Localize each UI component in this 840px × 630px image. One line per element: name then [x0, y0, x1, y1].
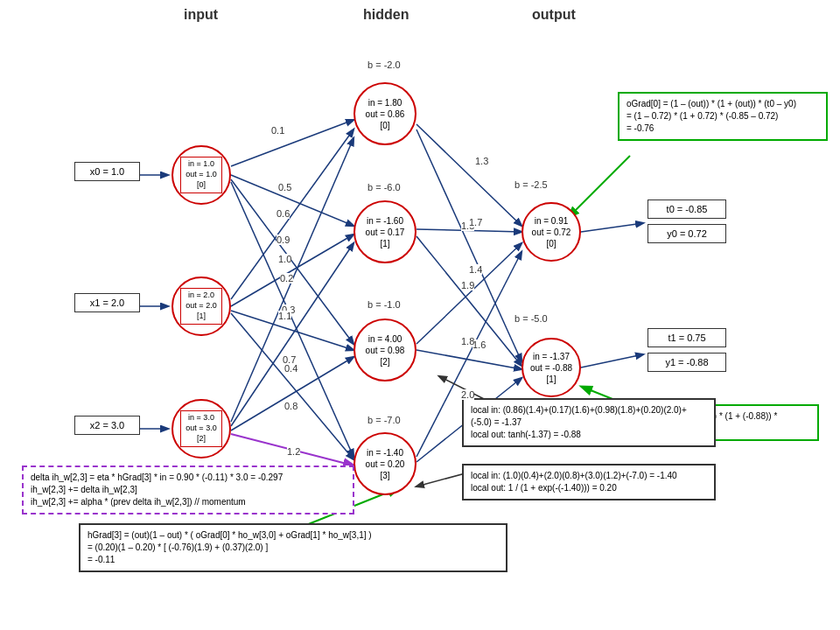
bias-h1: b = -6.0: [368, 182, 401, 192]
input-node-1: in = 2.0 out = 2.0 [1]: [172, 276, 231, 336]
ograd0-box: oGrad[0] = (1 – (out)) * (1 + (out)) * (…: [618, 92, 828, 141]
y0-box: y0 = 0.72: [648, 224, 726, 243]
weight-x0-h2: 0.9: [276, 234, 290, 245]
output-node-0: in = 0.91 out = 0.72 [0]: [522, 202, 581, 262]
t0-box: t0 = -0.85: [648, 200, 726, 219]
weight-h3-o0: 1.8: [461, 336, 474, 346]
weight-x0-h0: 0.1: [271, 125, 284, 136]
t1-box: t1 = 0.75: [648, 328, 726, 347]
weight-x0-h3: 0.2: [280, 273, 293, 284]
bias-o0: b = -2.5: [514, 179, 548, 190]
input-node-2: in = 3.0 out = 3.0 [2]: [172, 399, 231, 458]
x2-label-box: x2 = 3.0: [74, 416, 140, 435]
weight-x2-h2: 0.8: [284, 401, 298, 411]
svg-line-13: [416, 130, 522, 361]
weight-h1-o0: 1.7: [469, 217, 482, 228]
weight-x2-h1: 0.4: [284, 363, 298, 374]
hidden-node-2: in = 4.00 out = 0.98 [2]: [354, 318, 416, 382]
weight-x0-h1: 0.5: [278, 182, 291, 192]
hidden-node-3: in = -1.40 out = 0.20 [3]: [354, 432, 416, 495]
svg-line-25: [569, 156, 630, 217]
svg-line-17: [416, 350, 522, 369]
weight-h2-o0: 1.4: [469, 264, 482, 275]
weight-x2-h0: 1.1: [278, 311, 291, 321]
svg-line-2: [231, 179, 354, 344]
input-node-0: in = 1.0 out = 1.0 [0]: [172, 145, 231, 205]
input-node-2-inner: in = 3.0 out = 3.0 [2]: [180, 410, 221, 446]
svg-line-6: [231, 311, 354, 350]
svg-line-9: [231, 243, 354, 426]
weight-h3-o1: 2.0: [461, 389, 474, 400]
hgrad-box: hGrad[3] = (out)(1 – out) * ( oGrad[0] *…: [79, 523, 508, 572]
svg-line-5: [231, 234, 354, 306]
bias-h3: b = -7.0: [368, 415, 401, 425]
weight-h0-o0: 1.3: [475, 156, 488, 166]
output-title: output: [532, 7, 576, 23]
hidden-node-0: in = 1.80 out = 0.86 [0]: [354, 82, 416, 145]
output-node-1: in = -1.37 out = -0.88 [1]: [522, 338, 581, 397]
svg-line-0: [231, 120, 354, 166]
x0-label-box: x0 = 1.0: [74, 162, 140, 181]
input-node-0-inner: in = 1.0 out = 1.0 [0]: [180, 157, 221, 192]
hidden-node-1: in = -1.60 out = 0.17 [1]: [354, 200, 416, 263]
bias-o1: b = -5.0: [514, 313, 548, 324]
svg-line-7: [231, 313, 354, 459]
local-calc-2: local in: (1.0)(0.4)+(2.0)(0.8)+(3.0)(1.…: [462, 464, 716, 500]
input-node-1-inner: in = 2.0 out = 2.0 [1]: [180, 288, 221, 324]
neural-network-diagram: input hidden output: [0, 0, 840, 630]
bias-h0: b = -2.0: [368, 60, 401, 70]
delta-box: delta ih_w[2,3] = eta * hGrad[3] * in = …: [22, 466, 354, 514]
weight-x1-h0: 0.6: [276, 208, 290, 219]
svg-line-3: [231, 182, 354, 457]
weight-x1-h1: 1.0: [278, 254, 291, 264]
weight-h1-o1: 1.9: [461, 280, 474, 290]
svg-line-16: [416, 243, 522, 344]
input-title: input: [184, 7, 218, 23]
weight-x2-h3: 1.2: [287, 446, 300, 457]
hidden-title: hidden: [363, 7, 409, 23]
x1-label-box: x1 = 2.0: [74, 293, 140, 312]
svg-line-12: [416, 124, 522, 226]
bias-h2: b = -1.0: [368, 299, 401, 310]
svg-line-1: [231, 175, 354, 226]
svg-line-20: [581, 223, 643, 232]
y1-box: y1 = -0.88: [648, 353, 726, 372]
local-calc-1: local in: (0.86)(1.4)+(0.17)(1.6)+(0.98)…: [462, 398, 716, 447]
svg-line-21: [581, 354, 643, 368]
